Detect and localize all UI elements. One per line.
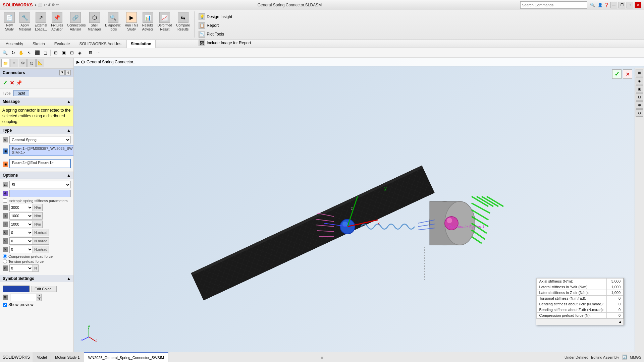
panel-sim-icon[interactable]: 📐 [36, 59, 44, 67]
edit-color-button[interactable]: Edit Color... [32, 286, 57, 292]
overlay-accept-button[interactable]: ✓ [612, 69, 622, 79]
run-study-button[interactable]: ▶ Run ThisStudy [123, 11, 140, 32]
fixtures-advisor-button[interactable]: 📌 FixturesAdvisor [50, 11, 64, 32]
right-icon-3[interactable]: ▣ [636, 85, 643, 93]
unit-select[interactable]: SI [9, 181, 71, 188]
search-icon[interactable]: 🔍 [590, 3, 595, 7]
right-icon-4[interactable]: ⊟ [636, 93, 643, 101]
apply-material-button[interactable]: 🔧 ApplyMaterial [17, 11, 32, 32]
view-zoom-icon[interactable]: 🔍 [1, 49, 9, 57]
stiffness-data-table: Axial stiffness (N/m): 3,000 Lateral sti… [536, 278, 624, 318]
minimize-button[interactable]: — [610, 2, 617, 8]
search-input[interactable] [520, 1, 587, 9]
panel-feature-tree-icon[interactable]: 📁 [1, 59, 9, 67]
pin-button[interactable]: 📌 [16, 80, 22, 85]
compare-results-label: CompareResults [176, 23, 190, 32]
compression-radio[interactable] [3, 254, 7, 258]
plot-tools-button[interactable]: 📉 Plot Tools [197, 30, 252, 38]
bottom-tab-model[interactable]: Model [33, 352, 51, 362]
connections-advisor-button[interactable]: 🔗 ConnectionsAdvisor [66, 11, 85, 32]
view-rotate-icon[interactable]: ↻ [9, 49, 17, 57]
panel-display-icon[interactable]: ◎ [28, 59, 36, 67]
axial-stiffness-wrap: 3000 N/m [9, 204, 71, 211]
cancel-button[interactable]: ✕ [10, 80, 14, 86]
message-section-header[interactable]: Message ▲ [0, 98, 73, 105]
preload-value-input[interactable]: 0 [9, 264, 33, 272]
lateral-z-wrap: 1000 N/m [9, 221, 71, 228]
close-button[interactable]: ✕ [635, 2, 641, 8]
design-insight-button[interactable]: 💡 Design Insight [197, 13, 252, 21]
report-button[interactable]: 📋 Report [197, 21, 252, 29]
viewport[interactable]: ▶ ⚙ General Spring Connector... [74, 58, 644, 352]
new-study-button[interactable]: 📄 NewStudy [3, 11, 16, 32]
view-front-icon[interactable]: ▣ [60, 49, 67, 57]
view-section-icon[interactable]: ⬛ [34, 49, 41, 57]
panel-help-btn[interactable]: ? [59, 70, 65, 75]
face1-field[interactable]: Face<1>@PM009387_WN2025_SW SIM<1> [9, 145, 74, 156]
include-image-button[interactable]: 🖼 Include Image for Report [197, 39, 252, 47]
external-loads-button[interactable]: ↗ ExternalLoads... [34, 11, 49, 32]
coord-system-input[interactable]: Coordinate System1 [9, 190, 71, 197]
maximize-button[interactable]: □ [627, 2, 633, 8]
overlay-cancel-button[interactable]: ✕ [623, 69, 632, 79]
panel-config-icon[interactable]: ⚙ [19, 59, 27, 67]
lateral-y-input[interactable]: 1000 [9, 212, 33, 220]
right-icon-5[interactable]: ⊕ [636, 101, 643, 109]
show-preview-checkbox[interactable] [3, 303, 7, 307]
results-advisor-button[interactable]: 📊 ResultsAdvisor [141, 11, 155, 32]
view-normal-icon[interactable]: ⊞ [52, 49, 59, 57]
right-icon-2[interactable]: ◈ [636, 77, 643, 84]
restore-button[interactable]: ❐ [619, 2, 625, 8]
view-options-icon[interactable]: ⋯ [95, 49, 102, 57]
message-section-content: A spring connector is connected to the s… [0, 105, 73, 127]
help-profile-icon[interactable]: 👤 [598, 3, 603, 7]
tab-evaluate[interactable]: Evaluate [50, 40, 74, 48]
lateral-z-input[interactable]: 1000 [9, 221, 33, 228]
bottom-tab-sim[interactable]: WN2025_General_Spring_Connector_SWSIM [84, 352, 168, 362]
color-swatch[interactable] [3, 286, 30, 292]
isotropic-checkbox[interactable] [3, 198, 7, 203]
type-section-header[interactable]: Type ▲ [0, 127, 73, 134]
bending-z-input[interactable]: 0 [9, 246, 33, 253]
symbol-settings-header[interactable]: Symbol Settings ▲ [0, 275, 73, 282]
bottom-tab-motion[interactable]: Motion Study 1 [51, 352, 84, 362]
view-isometric-icon[interactable]: ◈ [76, 49, 84, 57]
spinner-up-button[interactable]: ▲ [37, 294, 42, 297]
accept-button[interactable]: ✓ [3, 79, 8, 86]
options-section-header[interactable]: Options ▲ [0, 172, 73, 179]
tab-assembly[interactable]: Assembly [1, 40, 28, 48]
tab-sketch[interactable]: Sketch [28, 40, 49, 48]
panel-header: Connectors ? ℹ [0, 69, 73, 77]
face2-field[interactable]: Face<2>@End Piece<1> [9, 159, 71, 168]
rebuild-icon[interactable]: 🔄 [622, 355, 627, 360]
deformed-result-button[interactable]: 📈 DeformedResult [156, 11, 173, 32]
axial-stiffness-input[interactable]: 3000 [9, 204, 33, 211]
tab-addins[interactable]: SOLIDWORKS Add-Ins [75, 40, 125, 48]
spinner-down-button[interactable]: ▼ [37, 297, 42, 301]
split-type-button[interactable]: Split [13, 90, 29, 96]
view-pan-icon[interactable]: ✋ [17, 49, 25, 57]
panel-properties-icon[interactable]: ≡ [10, 59, 18, 67]
diagnostic-tools-button[interactable]: 🔍 DiagnosticTools [104, 11, 122, 32]
torsional-input[interactable]: 0 [9, 229, 33, 236]
tension-radio[interactable] [3, 259, 7, 263]
right-icon-6[interactable]: ⊖ [636, 109, 643, 117]
coord-icon: ⊕ [3, 191, 8, 196]
tab-simulation[interactable]: Simulation [126, 40, 156, 48]
view-select-icon[interactable]: ↖ [25, 49, 33, 57]
spring-type-select[interactable]: General Spring [9, 136, 71, 143]
view-monitor-icon[interactable]: 🖥 [87, 49, 94, 57]
compare-results-button[interactable]: ⇆ CompareResults [175, 11, 191, 32]
table-scroll-up[interactable]: ▲ [536, 318, 624, 325]
z-label-indicator: z [80, 338, 83, 342]
shell-manager-button[interactable]: ⬡ ShellManager [87, 11, 102, 32]
right-icon-1[interactable]: ⊞ [636, 69, 643, 76]
help-icon[interactable]: ❓ [604, 3, 609, 7]
bending-y-input[interactable]: 0 [9, 237, 33, 245]
size-input[interactable]: 300 [10, 294, 37, 301]
view-display-icon[interactable]: ◻ [42, 49, 49, 57]
lateral-y-value: 1,000 [607, 284, 624, 290]
view-back-icon[interactable]: ⊟ [68, 49, 75, 57]
new-study-label: NewStudy [5, 23, 14, 32]
panel-info-btn[interactable]: ℹ [65, 70, 71, 75]
